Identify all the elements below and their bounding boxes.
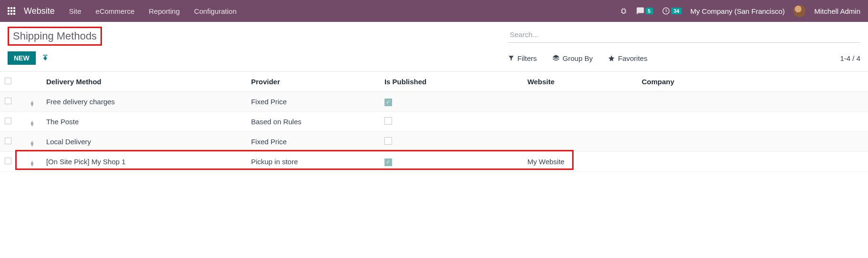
favorites-button[interactable]: Favorites: [608, 54, 647, 62]
app-brand[interactable]: Website: [24, 6, 55, 16]
activities-icon[interactable]: 34: [662, 7, 682, 15]
cell-provider: Pickup in store: [246, 152, 380, 172]
nav-ecommerce[interactable]: eCommerce: [96, 7, 135, 15]
company-switcher[interactable]: My Company (San Francisco): [690, 7, 785, 15]
groupby-label: Group By: [563, 54, 593, 62]
row-checkbox[interactable]: [5, 158, 11, 164]
cell-published: [380, 112, 523, 132]
top-navbar: Website Site eCommerce Reporting Configu…: [0, 0, 868, 22]
drag-handle-icon[interactable]: ▲▼: [30, 140, 35, 146]
avatar[interactable]: [793, 5, 806, 17]
messages-badge: 5: [646, 8, 653, 14]
cell-method: The Poste: [41, 112, 246, 132]
cell-website: [523, 132, 637, 152]
cell-provider: Fixed Price: [246, 132, 380, 152]
table-row[interactable]: ▲▼ [On Site Pick] My Shop 1 Pickup in st…: [0, 152, 868, 172]
nav-reporting[interactable]: Reporting: [149, 7, 180, 15]
user-menu[interactable]: Mitchell Admin: [814, 7, 860, 15]
activities-badge: 34: [671, 8, 682, 14]
breadcrumb: Shipping Methods: [8, 27, 102, 46]
row-checkbox[interactable]: [5, 138, 11, 144]
nav-site[interactable]: Site: [69, 7, 81, 15]
pager[interactable]: 1-4 / 4: [840, 54, 860, 62]
cell-method: [On Site Pick] My Shop 1: [41, 152, 246, 172]
col-delivery-method[interactable]: Delivery Method: [41, 72, 246, 92]
col-is-published[interactable]: Is Published: [380, 72, 523, 92]
cell-website: My Website: [523, 152, 637, 172]
col-company[interactable]: Company: [637, 72, 868, 92]
control-panel: Shipping Methods NEW Filters Group By Fa…: [0, 22, 868, 69]
table-header-row: Delivery Method Provider Is Published We…: [0, 72, 868, 92]
drag-handle-icon[interactable]: ▲▼: [30, 160, 35, 166]
col-website[interactable]: Website: [523, 72, 637, 92]
check-icon: ✓: [384, 99, 392, 106]
cell-company: [637, 92, 868, 112]
cell-published: ✓: [380, 92, 523, 112]
nav-configuration[interactable]: Configuration: [194, 7, 236, 15]
funnel-icon: [508, 55, 515, 61]
download-icon[interactable]: [41, 54, 49, 62]
cell-published: ✓: [380, 152, 523, 172]
star-icon: [608, 55, 615, 62]
cell-company: [637, 132, 868, 152]
cell-method: Free delivery charges: [41, 92, 246, 112]
cell-company: [637, 152, 868, 172]
new-button[interactable]: NEW: [8, 51, 36, 65]
cell-company: [637, 112, 868, 132]
row-checkbox[interactable]: [5, 118, 11, 124]
cell-website: [523, 112, 637, 132]
records-table: Delivery Method Provider Is Published We…: [0, 71, 868, 172]
filters-button[interactable]: Filters: [508, 54, 537, 62]
check-icon: [384, 137, 392, 145]
col-provider[interactable]: Provider: [246, 72, 380, 92]
select-all-checkbox[interactable]: [5, 78, 11, 84]
cell-published: [380, 132, 523, 152]
drag-handle-icon[interactable]: ▲▼: [30, 100, 35, 106]
cell-website: [523, 92, 637, 112]
favorites-label: Favorites: [618, 54, 647, 62]
drag-handle-icon[interactable]: ▲▼: [30, 120, 35, 126]
apps-icon[interactable]: [8, 7, 15, 15]
layers-icon: [552, 54, 560, 62]
check-icon: ✓: [384, 159, 392, 166]
messages-icon[interactable]: 5: [636, 7, 653, 15]
row-checkbox[interactable]: [5, 98, 11, 104]
table-row[interactable]: ▲▼ The Poste Based on Rules: [0, 112, 868, 132]
groupby-button[interactable]: Group By: [552, 54, 593, 62]
filters-label: Filters: [517, 54, 537, 62]
cell-method: Local Delivery: [41, 132, 246, 152]
table-row[interactable]: ▲▼ Free delivery charges Fixed Price ✓: [0, 92, 868, 112]
debug-icon[interactable]: [620, 7, 627, 15]
cell-provider: Based on Rules: [246, 112, 380, 132]
search-input[interactable]: [508, 27, 860, 43]
table-row[interactable]: ▲▼ Local Delivery Fixed Price: [0, 132, 868, 152]
cell-provider: Fixed Price: [246, 92, 380, 112]
check-icon: [384, 117, 392, 125]
